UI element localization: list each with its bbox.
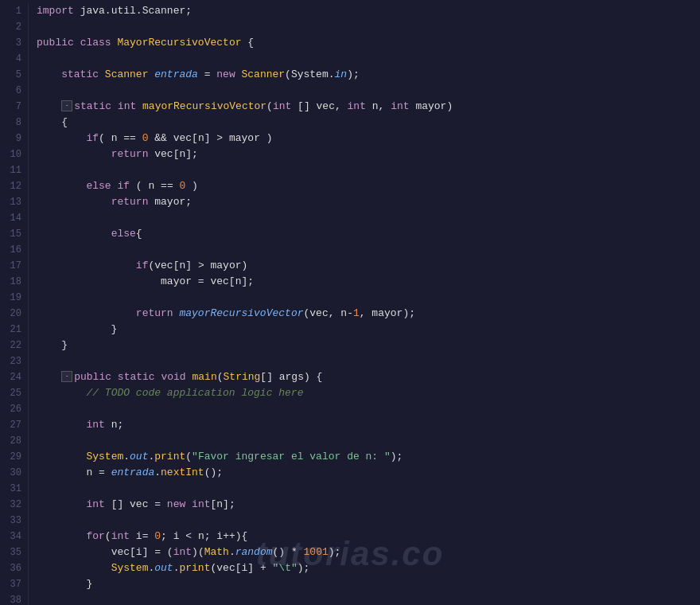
line-36: System.out.print(vec[i] + "\t"); bbox=[37, 560, 692, 576]
line-12: else if ( n == 0 ) bbox=[37, 178, 692, 194]
line-6 bbox=[37, 83, 692, 99]
line-24: -public static void main(String[] args) … bbox=[37, 369, 692, 385]
line-31 bbox=[37, 481, 692, 497]
line-32: int [] vec = new int[n]; bbox=[37, 497, 692, 513]
line-28 bbox=[37, 433, 692, 449]
line-33 bbox=[37, 513, 692, 529]
line-22: } bbox=[37, 338, 692, 353]
line-20: return mayorRecursivoVector(vec, n-1, ma… bbox=[37, 306, 692, 322]
line-37: } bbox=[37, 576, 692, 592]
line-18: mayor = vec[n]; bbox=[37, 274, 692, 290]
line-15: else{ bbox=[37, 226, 692, 242]
code-editor: 1 2 3 4 5 6 7 8 9 10 11 12 13 14 15 16 1… bbox=[0, 0, 700, 605]
line-21: } bbox=[37, 322, 692, 338]
line-8: { bbox=[37, 115, 692, 131]
line-3: public class MayorRecursivoVector { bbox=[37, 35, 692, 51]
line-17: if(vec[n] > mayor) bbox=[37, 258, 692, 274]
line-23 bbox=[37, 353, 692, 369]
line-29: System.out.print("Favor ingresar el valo… bbox=[37, 449, 692, 465]
line-10: return vec[n]; bbox=[37, 146, 692, 162]
line-27: int n; bbox=[37, 417, 692, 433]
collapse-icon-7[interactable]: - bbox=[61, 100, 72, 111]
line-19 bbox=[37, 290, 692, 306]
line-25: // TODO code application logic here bbox=[37, 385, 692, 401]
line-38 bbox=[37, 592, 692, 605]
line-5: static Scanner entrada = new Scanner(Sys… bbox=[37, 67, 692, 83]
line-16 bbox=[37, 242, 692, 258]
line-9: if( n == 0 && vec[n] > mayor ) bbox=[37, 131, 692, 146]
line-34: for(int i= 0; i < n; i++){ bbox=[37, 529, 692, 544]
line-35: vec[i] = (int)(Math.random() * 1001); bbox=[37, 544, 692, 560]
code-lines: import java.util.Scanner; public class M… bbox=[29, 3, 700, 605]
line-7: -static int mayorRecursivoVector(int [] … bbox=[37, 99, 692, 115]
line-13: return mayor; bbox=[37, 194, 692, 210]
line-26 bbox=[37, 401, 692, 417]
line-numbers: 1 2 3 4 5 6 7 8 9 10 11 12 13 14 15 16 1… bbox=[0, 3, 29, 605]
line-2 bbox=[37, 19, 692, 35]
line-4 bbox=[37, 51, 692, 67]
collapse-icon-24[interactable]: - bbox=[61, 371, 72, 382]
line-30: n = entrada.nextInt(); bbox=[37, 465, 692, 481]
code-area: 1 2 3 4 5 6 7 8 9 10 11 12 13 14 15 16 1… bbox=[0, 0, 700, 605]
line-14 bbox=[37, 210, 692, 226]
line-11 bbox=[37, 162, 692, 178]
line-1: import java.util.Scanner; bbox=[37, 3, 692, 19]
